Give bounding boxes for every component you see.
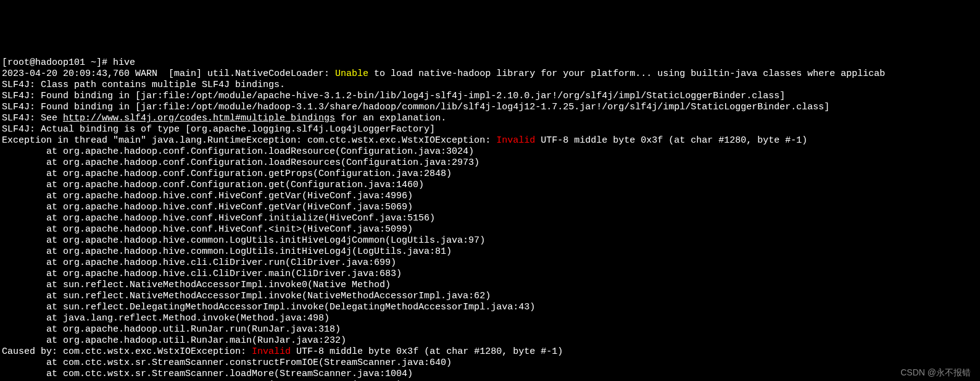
slf4j-link[interactable]: http://www.slf4j.org/codes.html#multiple…: [63, 113, 335, 124]
stacktrace-line: at com.ctc.wstx.sr.StreamScanner.constru…: [2, 358, 978, 369]
stacktrace-line: at org.apache.hadoop.hive.common.LogUtil…: [2, 235, 978, 246]
warn-highlight: Unable: [335, 69, 368, 79]
terminal-output: [root@hadoop101 ~]# hive2023-04-20 20:09…: [2, 46, 978, 381]
stacktrace-line: at sun.reflect.DelegatingMethodAccessorI…: [2, 302, 978, 313]
stacktrace-line: at org.apache.hadoop.hive.common.LogUtil…: [2, 246, 978, 257]
stacktrace-line: at org.apache.hadoop.hive.conf.HiveConf.…: [2, 191, 978, 202]
stacktrace-line: at com.ctc.wstx.sr.StreamScanner.loadMor…: [2, 369, 978, 380]
stacktrace-line: at org.apache.hadoop.conf.Configuration.…: [2, 180, 978, 191]
caused-by-line: Caused by: com.ctc.wstx.exc.WstxIOExcept…: [2, 346, 978, 358]
stacktrace-line: at org.apache.hadoop.util.RunJar.run(Run…: [2, 324, 978, 335]
stacktrace-line: at org.apache.hadoop.hive.conf.HiveConf.…: [2, 213, 978, 224]
stacktrace-line: at org.apache.hadoop.conf.Configuration.…: [2, 169, 978, 180]
error-highlight: Invalid: [496, 135, 535, 146]
stacktrace-line: at org.apache.hadoop.hive.conf.HiveConf.…: [2, 224, 978, 235]
stacktrace-line: at sun.reflect.NativeMethodAccessorImpl.…: [2, 280, 978, 291]
stacktrace-line: at org.apache.hadoop.util.RunJar.main(Ru…: [2, 335, 978, 346]
log-line: SLF4J: Actual binding is of type [org.ap…: [2, 124, 978, 135]
command-text: hive: [113, 57, 135, 68]
error-highlight: Invalid: [252, 346, 291, 357]
stacktrace-line: at sun.reflect.NativeMethodAccessorImpl.…: [2, 291, 978, 302]
stacktrace-line: at org.apache.hadoop.hive.cli.CliDriver.…: [2, 257, 978, 269]
prompt-line[interactable]: [root@hadoop101 ~]# hive: [2, 57, 978, 69]
log-line: SLF4J: Found binding in [jar:file:/opt/m…: [2, 102, 978, 113]
log-line: 2023-04-20 20:09:43,760 WARN [main] util…: [2, 69, 978, 80]
stacktrace-line: at java.lang.reflect.Method.invoke(Metho…: [2, 313, 978, 324]
stacktrace-line: at org.apache.hadoop.conf.Configuration.…: [2, 157, 978, 169]
shell-prompt: [root@hadoop101 ~]#: [2, 57, 113, 68]
log-line: SLF4J: Found binding in [jar:file:/opt/m…: [2, 91, 978, 102]
stacktrace-line: at org.apache.hadoop.hive.conf.HiveConf.…: [2, 202, 978, 213]
log-line: SLF4J: Class path contains multiple SLF4…: [2, 80, 978, 91]
exception-line: Exception in thread "main" java.lang.Run…: [2, 135, 978, 146]
stacktrace-line: at org.apache.hadoop.hive.cli.CliDriver.…: [2, 269, 978, 280]
csdn-watermark: CSDN @永不报错: [900, 367, 971, 378]
log-line: SLF4J: See http://www.slf4j.org/codes.ht…: [2, 113, 978, 124]
stacktrace-line: at org.apache.hadoop.conf.Configuration.…: [2, 146, 978, 157]
